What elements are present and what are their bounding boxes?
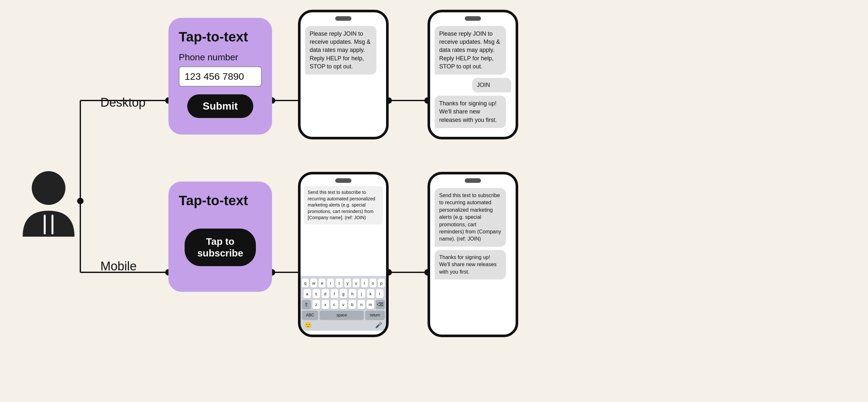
key-m[interactable]: m (367, 300, 374, 309)
key-i[interactable]: i (361, 279, 368, 288)
submit-button[interactable]: Submit (187, 94, 253, 118)
phone-notch-d2 (465, 16, 481, 21)
tap-card-mobile: Tap-to-text Tap tosubscribe (168, 181, 272, 292)
key-w[interactable]: w (310, 279, 317, 288)
keyboard-row-2: a s d f g h j k l (302, 289, 385, 298)
tap-subscribe-button[interactable]: Tap tosubscribe (185, 229, 256, 266)
key-y[interactable]: y (344, 279, 351, 288)
key-q[interactable]: q (302, 279, 309, 288)
key-o[interactable]: o (370, 279, 376, 288)
phone-notch-m1 (335, 178, 351, 183)
user-avatar (20, 165, 78, 237)
svg-point-0 (77, 198, 84, 204)
sms-received-m2: Send this text to subscribe to recurring… (435, 188, 506, 247)
phone-content-m1: Send this text to subscribe to recurring… (301, 183, 386, 331)
key-f[interactable]: f (331, 289, 338, 298)
tap-card-mobile-title: Tap-to-text (179, 193, 248, 208)
keyboard-bottom: ABC space return (302, 311, 385, 320)
phone-notch-m2 (465, 178, 481, 183)
phone-label: Phone number (179, 52, 238, 63)
key-l[interactable]: l (376, 289, 383, 298)
sms-received-d2: Please reply JOIN to receive updates. Ms… (435, 26, 506, 75)
key-backspace[interactable]: ⌫ (376, 300, 385, 309)
key-shift[interactable]: ⇧ (302, 300, 311, 309)
keyboard-row-3: ⇧ z x c v b n m ⌫ (302, 300, 385, 309)
phone-mobile-2: Send this text to subscribe to recurring… (428, 172, 518, 337)
prefill-message: Send this text to subscribe to recurring… (304, 186, 383, 224)
mic-icon[interactable]: 🎤 (375, 322, 382, 329)
svg-point-17 (32, 171, 65, 205)
sms-sent-d2: JOIN (472, 78, 511, 92)
sms-received-d1: Please reply JOIN to receive updates. Ms… (305, 26, 376, 75)
key-v[interactable]: v (340, 300, 347, 309)
phone-desktop-1: Please reply JOIN to receive updates. Ms… (298, 10, 389, 139)
key-n[interactable]: n (358, 300, 365, 309)
key-s[interactable]: s (313, 289, 320, 298)
key-t[interactable]: t (336, 279, 342, 288)
key-r[interactable]: r (327, 279, 334, 288)
key-a[interactable]: a (304, 289, 311, 298)
phone-content-m2: Send this text to subscribe to recurring… (430, 183, 516, 331)
key-h[interactable]: h (349, 289, 356, 298)
phone-content-d2: Please reply JOIN to receive updates. Ms… (430, 21, 516, 133)
key-p[interactable]: p (378, 279, 385, 288)
label-desktop: Desktop (100, 96, 146, 110)
main-container: Desktop Mobile Tap-to-text Phone number … (0, 0, 868, 402)
key-space[interactable]: space (320, 311, 364, 320)
key-k[interactable]: k (367, 289, 374, 298)
tap-card-desktop-title: Tap-to-text (179, 29, 248, 45)
phone-input[interactable] (179, 66, 262, 87)
key-j[interactable]: j (358, 289, 365, 298)
emoji-bar: 🙂 🎤 (302, 321, 385, 329)
phone-mobile-1: Send this text to subscribe to recurring… (298, 172, 389, 337)
phone-desktop-2: Please reply JOIN to receive updates. Ms… (428, 10, 518, 139)
key-return[interactable]: return (365, 311, 385, 320)
key-d[interactable]: d (321, 289, 329, 298)
emoji-icon[interactable]: 🙂 (305, 322, 312, 329)
key-e[interactable]: e (319, 279, 326, 288)
key-c[interactable]: c (331, 300, 338, 309)
key-abc[interactable]: ABC (302, 311, 318, 320)
key-u[interactable]: u (353, 279, 360, 288)
sms-response-d2: Thanks for signing up! We'll share new r… (435, 96, 506, 128)
sms-response-m2: Thanks for signing up! We'll share new r… (435, 250, 506, 280)
key-g[interactable]: g (340, 289, 347, 298)
key-x[interactable]: x (321, 300, 329, 309)
phone-content-d1: Please reply JOIN to receive updates. Ms… (301, 21, 386, 133)
avatar-icon (20, 165, 78, 237)
label-mobile: Mobile (100, 259, 137, 273)
tap-card-desktop: Tap-to-text Phone number Submit (168, 18, 272, 135)
phone-notch-d1 (335, 16, 351, 21)
key-b[interactable]: b (348, 300, 356, 309)
key-z[interactable]: z (313, 300, 320, 309)
keyboard-mockup: q w e r t y u i o p a s d f g h (301, 276, 386, 331)
keyboard-row-1: q w e r t y u i o p (302, 279, 385, 288)
